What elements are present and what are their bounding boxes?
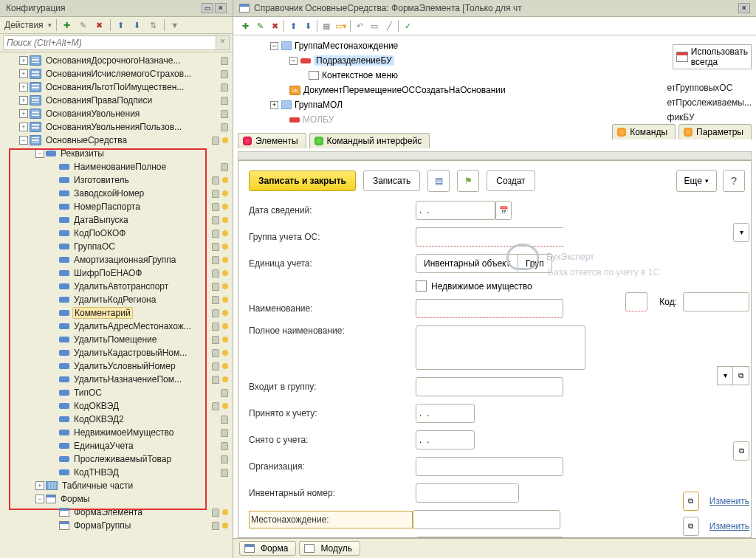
bottom-tab-module[interactable]: Модуль [299,541,360,556]
tree-item[interactable]: КодОКВЭД [72,400,120,412]
use-always-button[interactable]: Использоватьвсегда [673,44,752,69]
location-field[interactable] [413,510,560,529]
wand-button[interactable]: ⚑ [457,170,479,192]
ingroup-field[interactable] [416,377,563,396]
tree-item[interactable]: ГруппаОС [72,241,117,252]
name-ext-field[interactable] [625,292,647,311]
invno-field[interactable] [416,483,519,503]
chevron-down-icon[interactable]: ▾ [733,223,749,242]
tab-params[interactable]: Параметры [678,124,752,140]
add-icon[interactable]: ✚ [61,19,73,31]
code-field[interactable] [683,292,749,311]
tree-item[interactable]: УдалитьУсловныйНомер [72,360,177,372]
tree-item[interactable]: Контекстное меню [322,70,398,80]
tab-cmdui[interactable]: Командный интерфейс [309,133,430,148]
tree-item-selected[interactable]: ПодразделениеБУ [314,55,394,66]
tree-item[interactable]: ПрослеживаемыйТовар [72,453,173,465]
expand-icon[interactable]: + [19,83,28,92]
scrollbar-h[interactable] [238,151,752,160]
up-icon[interactable]: ⬆ [115,19,127,31]
collapse-icon[interactable]: − [35,495,44,503]
open-icon[interactable]: ⧉ [683,492,699,511]
tree-item[interactable]: ЕдиницаУчета [72,440,135,452]
tree-item[interactable]: КодПоОКОФ [72,227,127,239]
date-field[interactable] [416,201,495,220]
mol-field[interactable] [416,537,563,538]
screen-icon[interactable]: ▭▾ [335,20,347,32]
fullname-field[interactable] [416,326,585,370]
tree-item[interactable]: АмортизационнаяГруппа [72,254,177,266]
collapse-icon[interactable]: − [270,42,278,50]
change-mol-link[interactable]: Изменить [709,521,749,531]
tree-item[interactable]: ОснованияУвольнения [44,108,141,120]
list-button[interactable]: ▤ [427,170,450,192]
help-button[interactable]: ? [723,170,745,192]
tree-item[interactable]: ОснованияЛьготПоИмуществен... [44,81,185,93]
expand-icon[interactable]: + [19,56,28,65]
expand-icon[interactable]: + [19,96,28,105]
edit-icon[interactable]: ✎ [254,20,266,32]
search-clear-icon[interactable]: × [216,35,230,50]
undo-icon[interactable]: ↶ [354,20,365,32]
tree-item[interactable]: УдалитьАвтотранспорт [72,280,170,292]
tree-item-selected[interactable]: Комментарий [72,307,133,319]
actions-menu[interactable]: Действия [4,20,44,30]
expand-icon[interactable]: + [19,123,28,131]
tree-item[interactable]: МОЛБУ [303,114,334,125]
filter-icon[interactable]: ▼ [169,19,181,31]
tree-item[interactable]: ТипОС [72,387,103,399]
expand-icon[interactable]: + [19,69,28,78]
delete-icon[interactable]: ✖ [94,19,106,31]
tree-item[interactable]: ОснованияПраваПодписи [44,94,154,106]
up-icon[interactable]: ⬆ [287,20,299,32]
down-icon[interactable]: ⬇ [302,20,314,32]
expand-icon[interactable]: + [35,481,44,490]
tree-item[interactable]: КодОКВЭД2 [72,413,126,425]
org-field[interactable] [416,457,563,476]
collapse-icon[interactable]: − [35,149,44,158]
save-close-button[interactable]: Записать и закрыть [249,170,356,191]
sort-icon[interactable]: ⇅ [148,19,159,31]
name-field[interactable] [416,299,563,318]
seg-inventory[interactable]: Инвентарный объект [416,254,518,273]
tree-item[interactable]: ДокументПеремещениеОССоздатьНаОсновании [303,85,506,95]
create-button[interactable]: Создат [487,170,535,191]
open-icon[interactable]: ⧉ [683,517,699,536]
tree-item[interactable]: УдалитьКадастровыйНом... [72,347,188,359]
tree-item[interactable]: ОснованияИсчисляемогоСтрахов... [44,68,193,80]
open-icon[interactable]: ⧉ [733,366,749,385]
tree-item[interactable]: ОснованияДосрочногоНазначе... [44,55,182,66]
tree-item[interactable]: ФормаГруппы [72,520,132,531]
removed-field[interactable] [416,430,475,450]
tree-item[interactable]: ФормаЭлемента [72,506,144,518]
tab-elements[interactable]: Элементы [238,133,306,148]
tree-item[interactable]: ОсновныеСредства [44,134,128,146]
tree-item[interactable]: ШифрПоЕНАОФ [72,267,143,279]
expand-icon[interactable]: + [19,109,28,118]
tree-item[interactable]: ГруппаМестонахождение [295,41,398,51]
tree-item[interactable]: УдалитьАдресМестонахож... [72,320,193,332]
tree-item[interactable]: НедвижимоеИмущество [72,427,175,438]
expand-icon[interactable]: + [270,101,278,109]
open-icon[interactable]: ⧉ [733,441,749,461]
line-icon[interactable]: ╱ [383,20,395,32]
tree-item[interactable]: УдалитьПомещение [72,334,158,345]
change-location-link[interactable]: Изменить [709,496,749,506]
save-button[interactable]: Записать [363,170,420,191]
down-icon[interactable]: ⬇ [131,19,143,31]
tree-item[interactable]: УдалитьНазначениеПом... [72,373,183,385]
tree-item[interactable]: КодТНВЭД [72,466,120,478]
delete-icon[interactable]: ✖ [269,20,281,32]
group-field[interactable] [416,227,563,247]
taken-field[interactable] [416,404,475,423]
seg-group[interactable]: Груп [518,254,552,273]
tree-item[interactable]: Формы [59,493,91,505]
chevron-down-icon[interactable]: ▾ [717,366,733,385]
tab-commands[interactable]: Команды [612,124,676,140]
tree-item[interactable]: ГруппаМОЛ [295,100,343,110]
more-button[interactable]: Еще▾ [676,170,717,192]
tree-item[interactable]: ЗаводскойНомер [72,187,145,199]
close-icon[interactable]: ✕ [215,3,227,13]
tree-item[interactable]: Изготовитель [72,174,131,186]
search-input[interactable] [3,35,216,50]
